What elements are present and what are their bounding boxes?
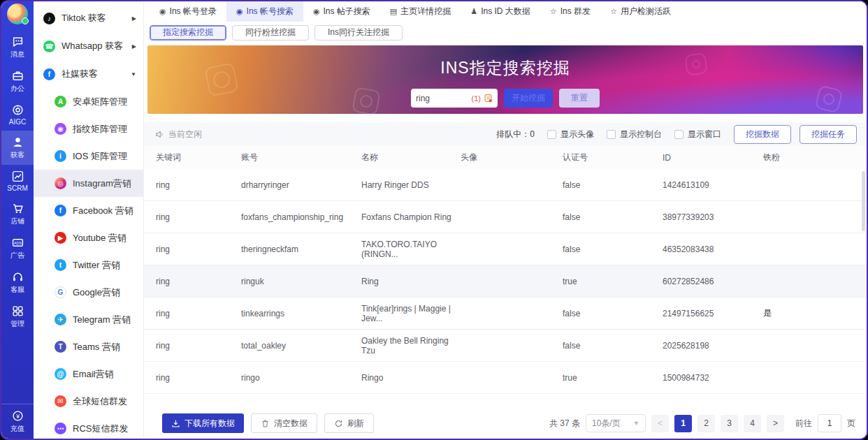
sidebar-item-label: Instagram营销 <box>73 177 131 190</box>
goto-page-input[interactable] <box>818 414 841 432</box>
rail-item-scrm[interactable]: SCRM <box>1 165 34 197</box>
tab-ins-search[interactable]: ◉Ins 帐号搜索 <box>226 1 303 22</box>
checkbox-show-avatar[interactable]: 显示头像 <box>547 129 594 140</box>
goto-label: 前往 <box>795 418 812 430</box>
sidebar-item-social[interactable]: f社媒获客▼ <box>34 60 143 88</box>
app-logo[interactable] <box>7 3 28 24</box>
doc-icon: ▤ <box>390 7 397 16</box>
rail-item-ads[interactable]: ADS广告 <box>1 231 34 265</box>
svg-text:¥: ¥ <box>15 413 20 420</box>
sidebar-item-fingerprint[interactable]: ◉指纹矩阵管理 <box>34 115 143 142</box>
subtab-label: 指定搜索挖掘 <box>163 27 213 38</box>
table-row[interactable]: ringtotal_oakleyOakley the Bell Ringing … <box>144 330 867 362</box>
tab-ins-posts[interactable]: ◉Ins 帖子搜索 <box>303 1 380 22</box>
star-icon: ☆ <box>550 7 557 16</box>
sidebar-item-tiktok[interactable]: ♪Tiktok 获客▶ <box>34 4 143 32</box>
social-icon: f <box>43 68 55 80</box>
sidebar-item-sms[interactable]: ✉全球短信群发 <box>34 388 143 415</box>
subtab-bar: 指定搜索挖掘同行粉丝挖掘Ins同行关注挖掘 <box>144 22 867 43</box>
total-count: 共 37 条 <box>549 418 580 430</box>
mining-tasks-button[interactable]: 挖掘任务 <box>800 125 857 144</box>
checkbox-show-console[interactable]: 显示控制台 <box>607 129 662 140</box>
status-toolbar: 当前空闲 排队中：0 显示头像显示控制台显示窗口 挖掘数据挖掘任务 <box>144 122 867 146</box>
tab-profile[interactable]: ▤主页详情挖掘 <box>380 1 461 22</box>
next-page-button[interactable]: > <box>767 415 784 432</box>
rail-item-label: 充值 <box>10 424 24 434</box>
keyword-value: ring <box>416 94 430 103</box>
sms-icon: ✉ <box>55 395 66 407</box>
sidebar-item-facebook[interactable]: fFacebook 营销 <box>34 197 143 224</box>
rail-item-recharge[interactable]: ¥充值 <box>1 404 34 439</box>
sidebar-item-rcs[interactable]: ⋯RCS短信群发 <box>34 415 143 439</box>
ins-icon: ◉ <box>236 7 243 16</box>
cell-account: ringo <box>241 373 361 383</box>
rail-item-admin[interactable]: 管理 <box>1 300 34 334</box>
subtab-keyword-mining[interactable]: 指定搜索挖掘 <box>150 25 226 41</box>
page-button-4[interactable]: 4 <box>744 415 761 432</box>
rail-item-aigc[interactable]: AIGC <box>1 98 34 131</box>
rail-item-support[interactable]: 客服 <box>1 265 34 300</box>
keyword-input[interactable]: ring (1) <box>411 89 498 108</box>
sidebar-item-label: Twitter 营销 <box>73 259 120 272</box>
checkbox-box[interactable] <box>547 130 556 139</box>
rail-item-office[interactable]: 办公 <box>1 64 34 98</box>
subtab-peer-fans[interactable]: 同行粉丝挖掘 <box>232 25 309 41</box>
table-row[interactable]: ringringukRingtrue60272852486 <box>144 265 867 298</box>
table-row[interactable]: ringtinkearringsTink[ear]rings | Maggie … <box>144 298 867 330</box>
keyword-list-icon[interactable] <box>484 94 493 103</box>
twitter-icon: t <box>55 259 66 271</box>
prev-page-button[interactable]: < <box>651 415 669 432</box>
table-row[interactable]: ringtheringneckfamTAKO.TORO.TAIYO (RINGN… <box>144 233 867 265</box>
page-button-3[interactable]: 3 <box>721 415 738 432</box>
sidebar-item-telegram[interactable]: ✈Telegram 营销 <box>34 306 143 333</box>
sidebar-item-email[interactable]: @Email营销 <box>34 360 143 388</box>
column-header: 关键词 <box>156 152 241 163</box>
tab-bigdata[interactable]: ♟Ins ID 大数据 <box>461 1 540 22</box>
cart-icon <box>12 203 24 214</box>
mining-data-button[interactable]: 挖掘数据 <box>734 125 791 144</box>
rail-item-messages[interactable]: 消息 <box>1 30 34 64</box>
sidebar-item-android[interactable]: A安卓矩阵管理 <box>34 88 143 115</box>
sidebar-item-teams[interactable]: TTeams 营销 <box>34 333 143 360</box>
tab-mass-send[interactable]: ☆Ins 群发 <box>540 1 600 22</box>
subtab-peer-follow[interactable]: Ins同行关注挖掘 <box>314 25 403 41</box>
checkbox-label: 显示窗口 <box>688 129 721 140</box>
cell-account: tinkearrings <box>241 309 361 318</box>
primary-rail: 消息办公AIGC获客SCRM店铺ADS广告客服管理 ¥充值 <box>1 1 34 439</box>
tab-ins-login[interactable]: ◉Ins 帐号登录 <box>150 1 226 22</box>
vertical-scrollbar[interactable] <box>862 171 865 231</box>
person-icon <box>12 136 24 148</box>
checkbox-box[interactable] <box>607 130 616 139</box>
checkbox-box[interactable] <box>674 130 683 139</box>
clear-data-button[interactable]: 清空数据 <box>251 413 317 433</box>
refresh-button[interactable]: 刷新 <box>324 413 374 433</box>
download-all-button[interactable]: 下载所有数据 <box>162 413 244 433</box>
page-button-2[interactable]: 2 <box>697 415 715 432</box>
chevron-down-icon: ▼ <box>131 71 136 78</box>
sidebar-item-instagram[interactable]: ◎Instagram营销 <box>34 170 143 197</box>
sidebar-item-label: 社媒获客 <box>62 68 98 80</box>
svg-text:ADS: ADS <box>14 241 22 245</box>
headset-icon <box>12 271 24 283</box>
table-row[interactable]: ringdrharryringerHarry Ringer DDSfalse14… <box>144 169 867 201</box>
rail-item-shop[interactable]: 店铺 <box>1 197 34 231</box>
sidebar-item-youtube[interactable]: ▶Youtube 营销 <box>34 224 143 251</box>
table-row[interactable]: ringringoRingotrue1500984732 <box>144 362 867 394</box>
sidebar-item-google[interactable]: GGoogle营销 <box>34 279 143 306</box>
sidebar-item-whatsapp[interactable]: ☎Whatsapp 获客▶ <box>34 32 143 60</box>
tab-detect[interactable]: ☆用户检测活跃 <box>600 1 681 22</box>
sidebar-item-ios[interactable]: iIOS 矩阵管理 <box>34 142 143 170</box>
grid-icon <box>12 305 24 317</box>
checkbox-show-window[interactable]: 显示窗口 <box>674 129 721 140</box>
sidebar-item-twitter[interactable]: tTwitter 营销 <box>34 251 143 279</box>
table-row[interactable]: ringfoxfans_championship_ringFoxfans Cha… <box>144 201 867 233</box>
page-size-select[interactable]: 10条/页 ▼ <box>586 414 646 432</box>
sidebar-item-label: Tiktok 获客 <box>62 12 106 24</box>
start-mining-button[interactable]: 开始挖掘 <box>504 89 553 108</box>
cell-name: Ring <box>361 277 461 286</box>
ads-icon: ADS <box>12 237 24 249</box>
rail-item-leads[interactable]: 获客 <box>1 131 34 165</box>
page-button-1[interactable]: 1 <box>674 415 692 432</box>
sidebar-item-label: 安卓矩阵管理 <box>73 96 127 108</box>
reset-button[interactable]: 重置 <box>559 89 600 108</box>
